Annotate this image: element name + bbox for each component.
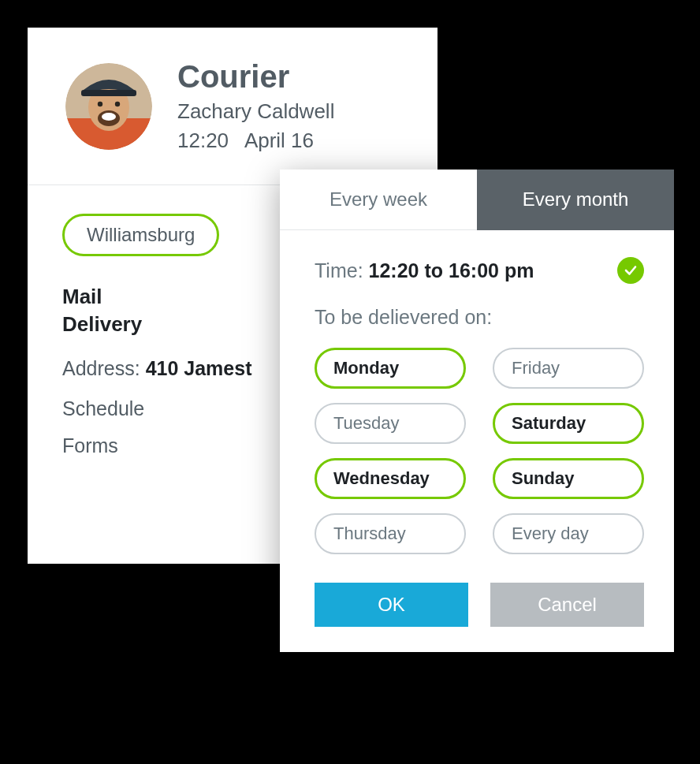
time-text: Time: 12:20 to 16:00 pm — [315, 259, 534, 282]
address-value: 410 Jamest — [146, 357, 252, 379]
time-label: Time: — [315, 259, 363, 281]
svg-rect-4 — [81, 90, 136, 96]
day-every-day[interactable]: Every day — [493, 513, 644, 554]
courier-time: 12:20 — [177, 129, 229, 152]
tab-every-week[interactable]: Every week — [280, 170, 477, 230]
avatar — [65, 63, 152, 150]
time-suffix: pm — [505, 259, 534, 281]
svg-point-6 — [102, 113, 116, 121]
courier-header: Courier Zachary Caldwell 12:20 April 16 — [28, 28, 438, 185]
day-tuesday[interactable]: Tuesday — [315, 403, 466, 444]
day-wednesday[interactable]: Wednesday — [315, 458, 466, 499]
courier-date: April 16 — [244, 129, 314, 152]
svg-point-8 — [115, 101, 120, 106]
ok-button[interactable]: OK — [315, 583, 468, 627]
dialog-buttons: OK Cancel — [315, 583, 644, 627]
time-to-word: to — [424, 259, 443, 281]
days-grid: Monday Friday Tuesday Saturday Wednesday… — [315, 348, 644, 554]
courier-timestamp: 12:20 April 16 — [177, 129, 334, 153]
task-title-line2: Delivery — [62, 312, 142, 336]
time-from: 12:20 — [369, 259, 419, 281]
courier-name: Zachary Caldwell — [177, 99, 334, 124]
deliver-on-label: To be delievered on: — [315, 306, 644, 329]
schedule-card: Every week Every month Time: 12:20 to 16… — [280, 170, 674, 652]
day-friday[interactable]: Friday — [493, 348, 644, 389]
checkmark-icon — [617, 257, 644, 284]
task-title-line1: Mail — [62, 285, 102, 308]
time-to: 16:00 — [449, 259, 499, 281]
route-chip[interactable]: Williamsburg — [62, 214, 219, 256]
schedule-body: Time: 12:20 to 16:00 pm To be delievered… — [280, 230, 674, 652]
tab-every-month[interactable]: Every month — [477, 170, 674, 230]
address-label: Address: — [62, 357, 140, 379]
day-saturday[interactable]: Saturday — [493, 403, 644, 444]
day-monday[interactable]: Monday — [315, 348, 466, 389]
svg-point-7 — [98, 101, 102, 106]
day-sunday[interactable]: Sunday — [493, 458, 644, 499]
time-row: Time: 12:20 to 16:00 pm — [315, 257, 644, 284]
cancel-button[interactable]: Cancel — [490, 583, 644, 627]
courier-heading-block: Courier Zachary Caldwell 12:20 April 16 — [177, 59, 334, 153]
courier-title: Courier — [177, 59, 334, 95]
day-thursday[interactable]: Thursday — [315, 513, 466, 554]
frequency-tabs: Every week Every month — [280, 170, 674, 230]
